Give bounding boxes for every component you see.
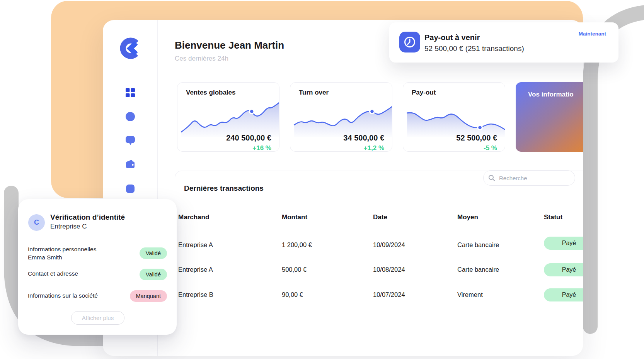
search-field [483,170,575,186]
stat-title: Turn over [299,89,329,97]
stat-title: Ventes globales [186,89,236,97]
table-header-divider [175,229,583,229]
page-title: Bienvenue Jean Martin [175,39,284,51]
stat-value: 52 500,00 € [456,134,497,142]
search-input[interactable] [483,170,575,186]
search-icon [488,174,495,181]
chat-bubble-icon [125,135,135,145]
verification-company: Entreprise C [50,223,87,230]
promo-label: Vos informatio [528,91,574,98]
avatar: C [28,214,45,231]
clock-icon [399,32,420,52]
stat-delta: +1,2 % [364,144,384,152]
stat-card-pay-out: Pay-out 52 500,00 € -5 % [403,82,505,152]
verification-item-sublabel: Emma Smith [28,254,62,261]
col-header-marchand: Marchand [178,213,209,221]
col-header-montant: Montant [282,213,307,221]
wallet-icon [125,159,135,169]
maintenant-link[interactable]: Maintenant [579,31,606,37]
sidebar-item-wallet[interactable] [125,159,135,169]
afficher-plus-button[interactable]: Afficher plus [71,311,124,325]
sidebar-item-messages[interactable] [125,135,135,145]
col-header-moyen: Moyen [457,213,478,221]
col-header-statut: Statut [544,213,562,221]
logo-icon[interactable] [119,36,143,60]
transactions-card: Dernières transactions Marchand Montant … [175,171,583,356]
sidebar-item-apps[interactable] [125,184,135,194]
payout-notice-title: Pay-out à venir [424,33,480,42]
payout-notice-amount: 52 500,00 € (251 transactions) [424,44,524,53]
stat-value: 240 500,00 € [226,134,271,142]
circle-icon [125,112,135,122]
sidebar-item-accounts[interactable] [125,112,135,122]
status-badge-manquant: Manquant [130,290,167,302]
sparkline-chart [181,101,279,137]
stat-card-ventes-globales: Ventes globales 240 500,00 € +16 % [177,82,279,152]
status-badge: Payé [544,237,583,250]
transactions-title: Dernières transactions [184,184,264,193]
verification-title: Vérification d’identité [50,213,125,222]
screenshot-canvas: Bienvenue Jean Martin Ces dernières 24h … [0,0,644,359]
status-badge-valide: Validé [140,269,167,280]
stat-delta: +16 % [252,144,271,152]
page-subtitle: Ces dernières 24h [175,55,228,63]
verification-item-label: Contact et adresse [28,270,78,277]
payout-notice-card: Pay-out à venir 52 500,00 € (251 transac… [389,22,618,63]
sparkline-chart [293,101,392,137]
stat-value: 34 500,00 € [343,134,384,142]
stat-title: Pay-out [412,89,436,97]
status-badge: Payé [544,263,583,276]
status-badge: Payé [544,288,583,301]
verification-card: C Vérification d’identité Entreprise C I… [18,199,177,335]
sparkline-chart [406,101,505,137]
rounded-square-icon [125,184,135,194]
verification-item-label: Informations personnelles [28,246,97,253]
verification-item-label: Informations sur la société [28,292,98,299]
vos-informations-card[interactable]: Vos informatio [516,82,583,152]
status-badge-valide: Validé [140,247,167,259]
stat-card-turn-over: Turn over 34 500,00 € +1,2 % [290,82,392,152]
grid-icon [125,88,135,98]
col-header-date: Date [373,213,387,221]
stat-delta: -5 % [484,144,497,152]
sidebar-item-dashboard[interactable] [125,88,135,98]
